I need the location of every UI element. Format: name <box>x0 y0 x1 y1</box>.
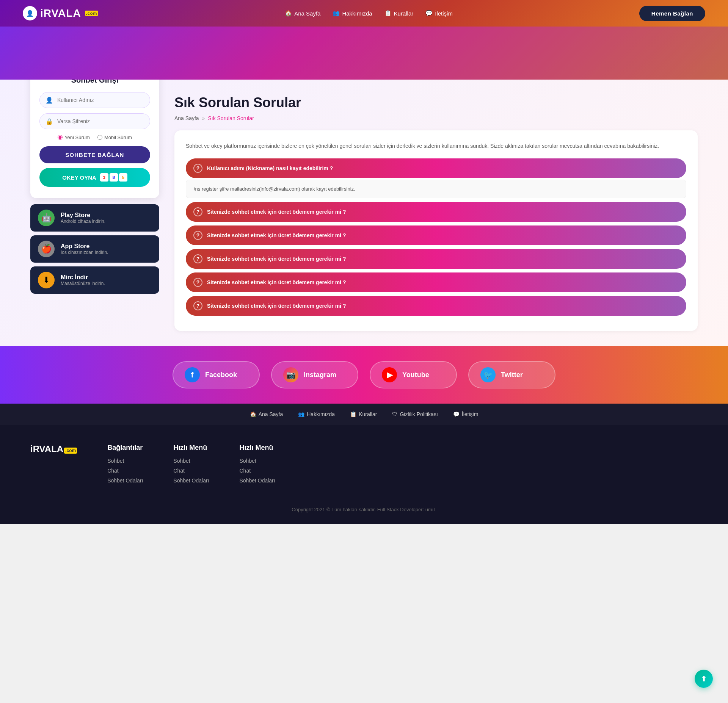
faq-item-1: ? Kullanıcı adımı (Nickname) nasıl kayıt… <box>186 158 686 198</box>
page-title: Sık Sorulan Sorular <box>174 95 698 111</box>
faq-question-text-4: Sitenizde sohbet etmek için ücret ödemem… <box>207 256 346 262</box>
header: 👤 iRVALA.com 🏠 Ana Sayfa 👥 Hakkımızda 📋 … <box>0 0 728 27</box>
tile-3: 5 <box>119 173 127 182</box>
nav-home[interactable]: 🏠 Ana Sayfa <box>285 10 320 17</box>
faq-question-text-6: Sitenizde sohbet etmek için ücret ödemem… <box>207 303 346 309</box>
faq-question-2[interactable]: ? Sitenizde sohbet etmek için ücret ödem… <box>186 202 686 222</box>
footer-link-sohbet-1[interactable]: Sohbet <box>107 458 143 464</box>
main-nav: 🏠 Ana Sayfa 👥 Hakkımızda 📋 Kurallar 💬 İl… <box>285 10 453 17</box>
footer-links-3: Sohbet Chat Sohbet Odaları <box>239 458 275 484</box>
version-radio-group: Yeni Sürüm Mobil Sürüm <box>39 135 150 140</box>
faq-question-icon-4: ? <box>193 254 202 263</box>
sidebar: Sohbet Girişi 👤 🔒 Yeni Sürüm Mobil Sürüm <box>30 95 159 331</box>
mirc-icon: ⬇ <box>38 272 55 288</box>
logo-com: .com <box>85 11 99 16</box>
appstore-icon: 🍎 <box>38 241 55 257</box>
tile-1: 3 <box>100 173 108 182</box>
faq-item-4: ? Sitenizde sohbet etmek için ücret ödem… <box>186 249 686 269</box>
footer-link-chat-3[interactable]: Chat <box>239 468 275 474</box>
breadcrumb-separator: » <box>202 115 205 121</box>
faq-question-6[interactable]: ? Sitenizde sohbet etmek için ücret ödem… <box>186 296 686 316</box>
footer-nav-contact[interactable]: 💬 İletişim <box>453 411 479 417</box>
playstore-icon: 🤖 <box>38 210 55 226</box>
tile-2: 8 <box>110 173 118 182</box>
main-content: Sohbet Girişi 👤 🔒 Yeni Sürüm Mobil Sürüm <box>0 80 728 346</box>
footer-bottom: iRVALA.com Bağlantılar Sohbet Chat Sohbe… <box>0 425 728 524</box>
twitter-label: Twitter <box>501 371 523 379</box>
faq-question-icon-5: ? <box>193 278 202 287</box>
footer-link-odalar-1[interactable]: Sohbet Odaları <box>107 478 143 484</box>
okey-tiles: 3 8 5 <box>100 173 127 182</box>
footer-link-sohbet-3[interactable]: Sohbet <box>239 458 275 464</box>
download-buttons: 🤖 Play Store Android cihaza indirin. 🍎 A… <box>30 204 159 294</box>
faq-container: Sohbet ve okey platformumuz içerisinde b… <box>174 130 698 331</box>
youtube-label: Youtube <box>402 371 429 379</box>
footer-nav-privacy[interactable]: 🛡 Gizlilik Politikası <box>392 411 438 417</box>
nav-about[interactable]: 👥 Hakkımızda <box>333 10 372 17</box>
faq-item-3: ? Sitenizde sohbet etmek için ücret ödem… <box>186 225 686 245</box>
faq-question-text-2: Sitenizde sohbet etmek için ücret ödemem… <box>207 209 346 215</box>
mobile-version-radio[interactable]: Mobil Sürüm <box>97 135 132 140</box>
footer-nav-home[interactable]: 🏠 Ana Sayfa <box>250 411 283 417</box>
footer-logo: iRVALA.com <box>30 444 77 454</box>
hemen-baglan-button[interactable]: Hemen Bağlan <box>639 6 705 21</box>
youtube-button[interactable]: ▶ Youtube <box>370 361 457 388</box>
nav-rules[interactable]: 📋 Kurallar <box>384 10 414 17</box>
instagram-label: Instagram <box>304 371 336 379</box>
facebook-icon: f <box>185 367 200 382</box>
twitter-icon: 🐦 <box>480 367 496 382</box>
faq-item-2: ? Sitenizde sohbet etmek için ücret ödem… <box>186 202 686 222</box>
footer-links-2: Sohbet Chat Sohbet Odaları <box>173 458 209 484</box>
faq-item-5: ? Sitenizde sohbet etmek için ücret ödem… <box>186 272 686 292</box>
okey-oyna-button[interactable]: OKEY OYNA 3 8 5 <box>39 168 150 187</box>
footer-link-odalar-2[interactable]: Sohbet Odaları <box>173 478 209 484</box>
faq-question-text-1: Kullanıcı adımı (Nickname) nasıl kayıt e… <box>207 165 333 171</box>
footer-links-1: Sohbet Chat Sohbet Odaları <box>107 458 143 484</box>
footer-link-chat-2[interactable]: Chat <box>173 468 209 474</box>
username-input[interactable] <box>39 92 150 108</box>
instagram-button[interactable]: 📷 Instagram <box>271 361 358 388</box>
social-section: f Facebook 📷 Instagram ▶ Youtube 🐦 Twitt… <box>0 346 728 404</box>
faq-question-text-3: Sitenizde sohbet etmek için ücret ödemem… <box>207 232 346 238</box>
faq-question-1[interactable]: ? Kullanıcı adımı (Nickname) nasıl kayıt… <box>186 158 686 178</box>
hero-background <box>0 27 728 80</box>
nav-contact[interactable]: 💬 İletişim <box>425 10 453 17</box>
breadcrumb-home[interactable]: Ana Sayfa <box>174 115 199 121</box>
mirc-title: Mirc İndir <box>61 274 105 281</box>
password-input[interactable] <box>39 113 150 129</box>
mirc-button[interactable]: ⬇ Mirc İndir Masaüstünüze indirin. <box>30 266 159 294</box>
faq-question-5[interactable]: ? Sitenizde sohbet etmek için ücret ödem… <box>186 272 686 292</box>
footer-link-sohbet-2[interactable]: Sohbet <box>173 458 209 464</box>
footer-link-chat-1[interactable]: Chat <box>107 468 143 474</box>
sohbet-baglan-button[interactable]: SOHBETE BAĞLAN <box>39 146 150 163</box>
faq-question-icon-6: ? <box>193 301 202 310</box>
footer-nav-rules[interactable]: 📋 Kurallar <box>350 411 377 417</box>
footer-link-odalar-3[interactable]: Sohbet Odaları <box>239 478 275 484</box>
playstore-button[interactable]: 🤖 Play Store Android cihaza indirin. <box>30 204 159 232</box>
faq-intro: Sohbet ve okey platformumuz içerisinde b… <box>186 142 686 150</box>
password-wrap: 🔒 <box>39 113 150 129</box>
footer-col-2: Hızlı Menü Sohbet Chat Sohbet Odaları <box>173 444 209 484</box>
footer-col-3-title: Hızlı Menü <box>239 444 275 452</box>
footer-logo-col: iRVALA.com <box>30 444 77 484</box>
faq-question-3[interactable]: ? Sitenizde sohbet etmek için ücret ödem… <box>186 225 686 245</box>
footer-logo-com: .com <box>64 448 77 454</box>
username-wrap: 👤 <box>39 92 150 108</box>
appstore-button[interactable]: 🍎 App Store İos cihazınızdan indirin. <box>30 235 159 263</box>
youtube-icon: ▶ <box>382 367 397 382</box>
faq-answer-1: /ns register şifre mailadresiniz(info@zi… <box>186 180 686 198</box>
appstore-subtitle: İos cihazınızdan indirin. <box>61 250 108 255</box>
faq-question-4[interactable]: ? Sitenizde sohbet etmek için ücret ödem… <box>186 249 686 269</box>
footer-copyright: Copyright 2021 © Tüm hakları saklıdır. F… <box>30 499 698 512</box>
content-area: Sık Sorulan Sorular Ana Sayfa » Sık Soru… <box>174 95 698 331</box>
faq-question-icon-3: ? <box>193 231 202 240</box>
new-version-radio[interactable]: Yeni Sürüm <box>58 135 90 140</box>
twitter-button[interactable]: 🐦 Twitter <box>468 361 555 388</box>
faq-question-icon-2: ? <box>193 207 202 216</box>
footer-col-2-title: Hızlı Menü <box>173 444 209 452</box>
mirc-subtitle: Masaüstünüze indirin. <box>61 281 105 286</box>
facebook-button[interactable]: f Facebook <box>173 361 260 388</box>
footer-col-1-title: Bağlantılar <box>107 444 143 452</box>
lock-icon: 🔒 <box>46 118 53 125</box>
footer-nav-about[interactable]: 👥 Hakkımızda <box>298 411 335 417</box>
